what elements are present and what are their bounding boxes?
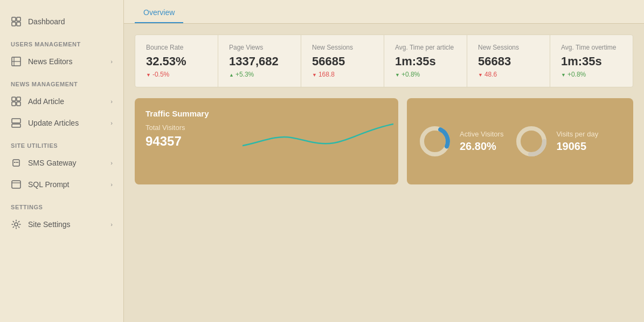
users-management-section: USERS MANAGEMENT — [0, 32, 123, 51]
svg-rect-9 — [12, 102, 16, 106]
svg-rect-11 — [12, 119, 20, 123]
sms-gateway-icon — [11, 157, 22, 168]
visits-per-day-item: Visits per day 19065 — [514, 124, 598, 159]
svg-rect-17 — [12, 181, 20, 188]
sidebar-item-dashboard[interactable]: Dashboard — [0, 11, 123, 32]
arrow-down-icon-5 — [561, 71, 566, 78]
stat-new-sessions-1-label: New Sessions — [312, 44, 373, 51]
stat-avg-time-overtime: Avg. Time overtime 1m:35s +0.8% — [550, 35, 633, 87]
arrow-down-icon-2 — [312, 71, 317, 78]
sidebar-item-site-settings[interactable]: Site Settings › — [0, 214, 123, 235]
stat-avg-time-article: Avg. Time per article 1m:35s +0.8% — [384, 35, 467, 87]
stat-page-views-label: Page Views — [229, 44, 290, 51]
stats-row: Bounce Rate 32.53% -0.5% Page Views 1337… — [135, 35, 633, 87]
sql-prompt-icon — [11, 179, 22, 190]
settings-section: SETTINGS — [0, 195, 123, 214]
visits-per-day-info: Visits per day 19065 — [556, 130, 598, 153]
arrow-down-icon-3 — [395, 71, 400, 78]
stat-avg-time-overtime-value: 1m:35s — [561, 54, 622, 68]
stat-bounce-rate: Bounce Rate 32.53% -0.5% — [135, 35, 218, 87]
stat-new-sessions-2-value: 56683 — [478, 54, 539, 68]
panels-row: Traffic Summary Total Visitors 94357 — [135, 98, 633, 184]
sidebar-item-update-articles[interactable]: Update Articles › — [0, 112, 123, 134]
stat-page-views: Page Views 1337,682 +5.3% — [218, 35, 301, 87]
visits-per-day-label: Visits per day — [556, 130, 598, 138]
dashboard-icon — [11, 16, 22, 27]
active-visitors-info: Active Visitors 26.80% — [460, 130, 503, 153]
tab-overview[interactable]: Overview — [135, 3, 183, 23]
arrow-down-icon — [146, 71, 151, 78]
stat-avg-time-article-label: Avg. Time per article — [395, 44, 456, 51]
content-area: Bounce Rate 32.53% -0.5% Page Views 1337… — [124, 24, 644, 195]
svg-rect-15 — [16, 162, 17, 163]
sidebar: Dashboard USERS MANAGEMENT News Editors … — [0, 0, 124, 322]
stat-bounce-rate-label: Bounce Rate — [146, 44, 207, 51]
sidebar-item-sms-gateway[interactable]: SMS Gateway › — [0, 152, 123, 174]
news-editors-label: News Editors — [28, 57, 72, 66]
sidebar-item-add-article[interactable]: Add Article › — [0, 91, 123, 112]
stat-bounce-rate-change: -0.5% — [146, 71, 207, 78]
active-visitors-item: Active Visitors 26.80% — [418, 124, 503, 159]
svg-rect-16 — [17, 162, 18, 163]
svg-rect-3 — [17, 22, 20, 26]
news-editors-chevron: › — [110, 58, 113, 65]
stat-page-views-change: +5.3% — [229, 71, 290, 78]
svg-rect-12 — [12, 124, 20, 127]
svg-rect-0 — [12, 17, 16, 21]
arrow-up-icon — [229, 71, 234, 78]
traffic-chart — [243, 113, 387, 169]
site-settings-icon — [11, 219, 22, 230]
update-articles-icon — [11, 118, 22, 128]
stat-new-sessions-1: New Sessions 56685 168.8 — [301, 35, 384, 87]
active-visitors-label: Active Visitors — [460, 130, 503, 138]
sidebar-item-news-editors[interactable]: News Editors › — [0, 51, 123, 72]
arrow-down-icon-4 — [478, 71, 483, 78]
svg-point-19 — [15, 223, 18, 226]
update-articles-chevron: › — [110, 120, 113, 126]
site-utilities-section: SITE UTILITIES — [0, 134, 123, 152]
stat-avg-time-overtime-label: Avg. Time overtime — [561, 44, 622, 51]
svg-rect-2 — [12, 22, 16, 26]
topbar: Overview — [124, 0, 644, 24]
stat-new-sessions-2: New Sessions 56683 48.6 — [467, 35, 550, 87]
stat-page-views-value: 1337,682 — [229, 54, 290, 68]
svg-rect-10 — [17, 102, 20, 106]
stat-avg-time-overtime-change: +0.8% — [561, 71, 622, 78]
news-editors-icon — [11, 56, 22, 67]
stat-avg-time-article-change: +0.8% — [395, 71, 456, 78]
stat-new-sessions-1-value: 56685 — [312, 54, 373, 68]
add-article-icon — [11, 96, 22, 107]
update-articles-label: Update Articles — [28, 119, 79, 127]
sms-gateway-label: SMS Gateway — [28, 159, 76, 167]
add-article-label: Add Article — [28, 97, 64, 106]
stat-new-sessions-2-label: New Sessions — [478, 44, 539, 51]
site-settings-chevron: › — [110, 221, 113, 228]
sidebar-item-sql-prompt[interactable]: SQL Prompt › — [0, 174, 123, 195]
visits-per-day-donut — [514, 124, 549, 159]
stat-new-sessions-2-change: 48.6 — [478, 71, 539, 78]
dashboard-label: Dashboard — [28, 17, 65, 26]
site-settings-label: Site Settings — [28, 220, 71, 229]
stat-avg-time-article-value: 1m:35s — [395, 54, 456, 68]
stat-new-sessions-1-change: 168.8 — [312, 71, 373, 78]
add-article-chevron: › — [110, 98, 113, 105]
svg-rect-7 — [12, 97, 16, 101]
sql-prompt-label: SQL Prompt — [28, 180, 70, 189]
visits-per-day-value: 19065 — [556, 140, 598, 153]
sql-prompt-chevron: › — [110, 181, 113, 188]
active-visitors-donut — [418, 124, 452, 159]
main-content: Overview Bounce Rate 32.53% -0.5% Page V… — [124, 0, 644, 322]
active-visitors-value: 26.80% — [460, 140, 503, 153]
svg-rect-14 — [14, 162, 15, 163]
traffic-panel: Traffic Summary Total Visitors 94357 — [135, 98, 398, 184]
svg-rect-8 — [17, 97, 20, 101]
sms-gateway-chevron: › — [110, 160, 113, 166]
news-management-section: NEWS MANAGEMENT — [0, 72, 123, 91]
active-panel: Active Visitors 26.80% Visits per day 19… — [407, 98, 633, 184]
svg-rect-1 — [17, 17, 20, 21]
stat-bounce-rate-value: 32.53% — [146, 54, 207, 68]
